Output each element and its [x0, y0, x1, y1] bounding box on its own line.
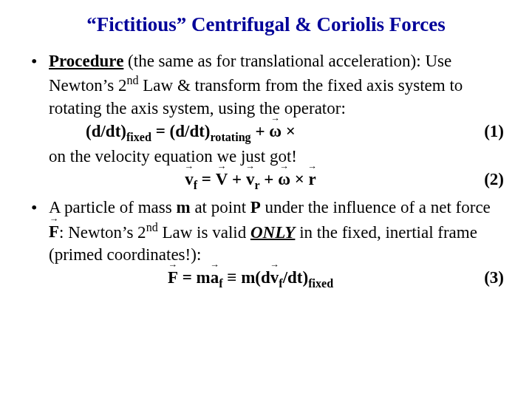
text: Law is valid	[158, 222, 250, 241]
vector-v: v	[270, 266, 279, 289]
text: : Newton’s 2	[59, 222, 146, 241]
vector-F: F	[49, 220, 59, 243]
bullet-procedure: Procedure (the same as for translational…	[28, 50, 504, 193]
equation-1-body: (d/dt)fixed = (d/dt)rotating + ω ×	[49, 120, 467, 145]
vector-V: V	[216, 168, 228, 191]
identity-symbol: ≡ m(d	[223, 268, 270, 287]
text: = m	[178, 268, 211, 287]
symbol-m: m	[176, 198, 190, 216]
bullet-particle: A particle of mass m at point P under th…	[28, 196, 504, 291]
vector-a: a	[211, 266, 219, 289]
text: A particle of mass	[49, 198, 176, 216]
symbol-P: P	[250, 198, 261, 216]
subscript-fixed: fixed	[308, 277, 333, 290]
cross-symbol: ×	[282, 122, 296, 140]
equation-number-3: (3)	[467, 266, 504, 289]
bullet-list: Procedure (the same as for translational…	[28, 50, 504, 292]
text: = (d/dt)	[151, 122, 211, 140]
text: +	[251, 122, 270, 140]
equals: =	[197, 170, 216, 188]
subscript-rotating: rotating	[211, 130, 251, 143]
equation-number-1: (1)	[467, 120, 504, 143]
procedure-label: Procedure	[49, 52, 123, 70]
equation-2: vf = V + vr + ω × r (2)	[49, 168, 504, 193]
text: under the influence of a net force	[261, 198, 491, 216]
equation-3: F = maf ≡ m(dvf/dt)fixed (3)	[49, 266, 504, 291]
vector-vr: v	[246, 168, 255, 191]
text: at point	[191, 198, 250, 216]
vector-F: F	[168, 266, 178, 289]
page-title: “Fictitious” Centrifugal & Coriolis Forc…	[28, 13, 504, 36]
vector-omega: ω	[269, 120, 282, 143]
emphasis-only: ONLY	[250, 222, 295, 241]
equation-number-2: (2)	[467, 168, 504, 191]
superscript-nd: nd	[146, 221, 158, 233]
plus: +	[260, 170, 279, 188]
equation-2-body: vf = V + vr + ω × r	[49, 168, 467, 193]
text-line: on the velocity equation we just got!	[49, 145, 504, 168]
text: /dt)	[283, 268, 309, 287]
vector-vf: v	[185, 168, 194, 191]
superscript-nd: nd	[126, 74, 138, 86]
slide: “Fictitious” Centrifugal & Coriolis Forc…	[0, 0, 532, 292]
equation-1: (d/dt)fixed = (d/dt)rotating + ω × (1)	[49, 120, 504, 145]
subscript-r: r	[254, 179, 259, 191]
cross-symbol: ×	[290, 170, 309, 188]
plus: +	[228, 170, 246, 188]
subscript-fixed: fixed	[126, 130, 151, 143]
vector-omega: ω	[278, 168, 290, 191]
equation-3-body: F = maf ≡ m(dvf/dt)fixed	[49, 266, 467, 291]
vector-r: r	[309, 168, 316, 191]
text: (d/dt)	[86, 122, 126, 140]
